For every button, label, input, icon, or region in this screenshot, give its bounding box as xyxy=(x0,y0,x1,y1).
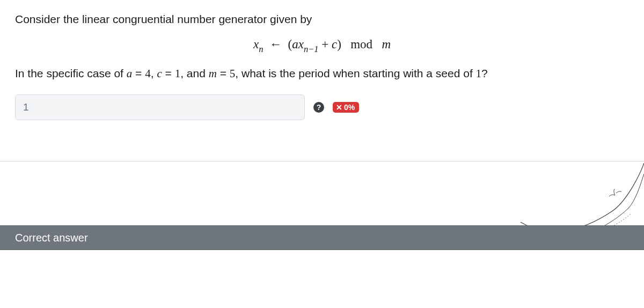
answer-row: ? ✕ 0% xyxy=(15,94,629,120)
answer-input[interactable] xyxy=(15,94,305,120)
question-params: In the specific case of a = 4, c = 1, an… xyxy=(15,67,629,80)
help-icon[interactable]: ? xyxy=(313,102,324,113)
question-formula: xn ← (axn−1 + c) mod m xyxy=(15,38,629,54)
correct-answer-header: Correct answer xyxy=(0,225,644,250)
x-icon: ✕ xyxy=(336,104,342,111)
divider xyxy=(0,161,644,162)
score-badge: ✕ 0% xyxy=(333,102,359,113)
question-intro: Consider the linear congruential number … xyxy=(15,13,629,26)
score-percent: 0% xyxy=(344,104,355,111)
